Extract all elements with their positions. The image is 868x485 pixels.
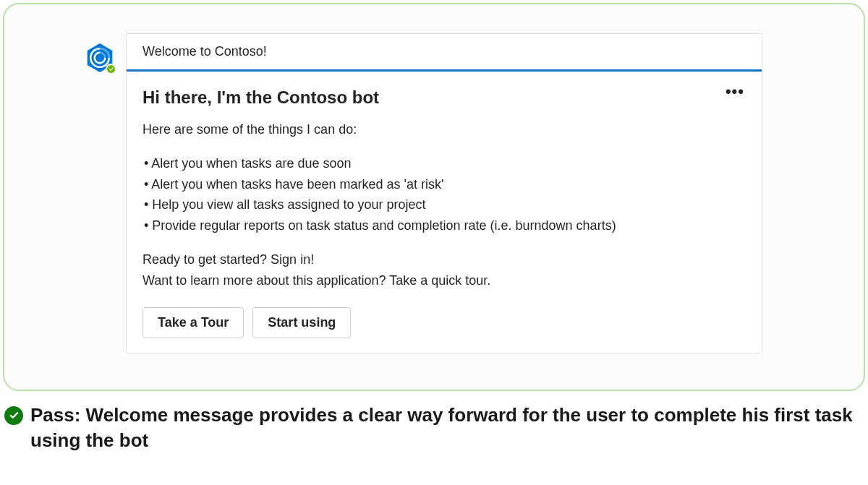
list-item: • Alert you when tasks are due soon bbox=[142, 153, 746, 174]
check-circle-icon bbox=[4, 406, 23, 425]
list-item: • Alert you when tasks have been marked … bbox=[142, 174, 746, 195]
start-using-button[interactable]: Start using bbox=[252, 307, 351, 338]
card-body: ••• Hi there, I'm the Contoso bot Here a… bbox=[127, 72, 762, 353]
more-options-icon[interactable]: ••• bbox=[726, 87, 744, 95]
card-title: Hi there, I'm the Contoso bot bbox=[142, 87, 746, 108]
card-text: Here are some of the things I can do: • … bbox=[142, 119, 746, 291]
take-tour-button[interactable]: Take a Tour bbox=[142, 307, 244, 338]
bot-avatar bbox=[84, 42, 116, 74]
caption-text: Pass: Welcome message provides a clear w… bbox=[30, 403, 864, 453]
example-container: Welcome to Contoso! ••• Hi there, I'm th… bbox=[3, 3, 865, 391]
presence-status-icon bbox=[106, 64, 116, 74]
sign-in-prompt: Ready to get started? Sign in! bbox=[142, 249, 746, 270]
prompts: Ready to get started? Sign in! Want to l… bbox=[142, 249, 746, 291]
card-header: Welcome to Contoso! bbox=[127, 34, 762, 72]
intro-text: Here are some of the things I can do: bbox=[142, 119, 746, 140]
list-item: • Provide regular reports on task status… bbox=[142, 215, 746, 236]
welcome-card: Welcome to Contoso! ••• Hi there, I'm th… bbox=[126, 33, 762, 353]
validation-caption: Pass: Welcome message provides a clear w… bbox=[3, 403, 865, 453]
card-actions: Take a Tour Start using bbox=[142, 307, 746, 338]
list-item: • Help you view all tasks assigned to yo… bbox=[142, 194, 746, 215]
capabilities-list: • Alert you when tasks are due soon • Al… bbox=[142, 153, 746, 236]
tour-prompt: Want to learn more about this applicatio… bbox=[142, 270, 746, 291]
bot-message-row: Welcome to Contoso! ••• Hi there, I'm th… bbox=[84, 33, 820, 353]
